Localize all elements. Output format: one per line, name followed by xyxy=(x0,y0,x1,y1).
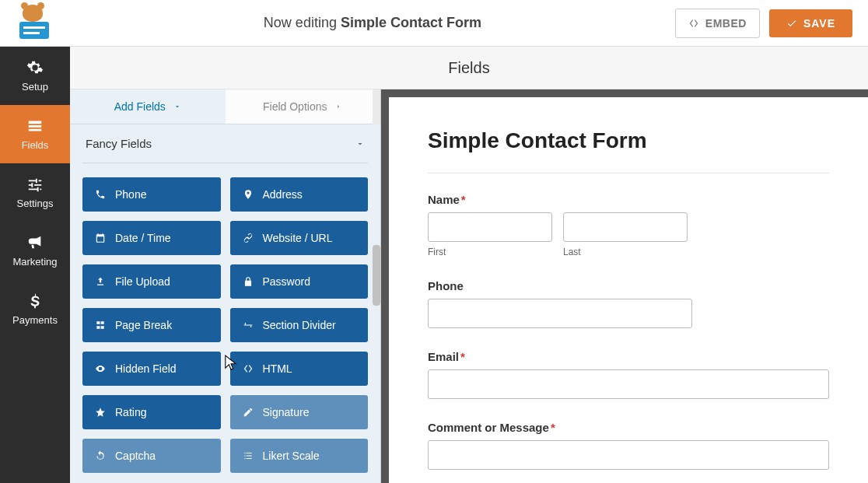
phone-input[interactable] xyxy=(428,299,692,328)
brand-logo-icon xyxy=(16,8,54,39)
field-type-label: Likert Scale xyxy=(263,450,320,462)
panel-scroll[interactable]: Fancy Fields PhoneAddressDate / TimeWebs… xyxy=(70,124,380,483)
save-button[interactable]: SAVE xyxy=(769,9,852,37)
preview-form-title: Simple Contact Form xyxy=(428,128,829,173)
first-name-sublabel: First xyxy=(428,247,552,257)
sidenav-label: Setup xyxy=(22,81,48,93)
brand-logo[interactable] xyxy=(0,0,70,47)
sidenav-label: Settings xyxy=(17,198,54,209)
field-comment-label: Comment or Message* xyxy=(428,421,829,434)
embed-button[interactable]: EMBED xyxy=(675,9,760,38)
field-grid: PhoneAddressDate / TimeWebsite / URLFile… xyxy=(82,177,368,473)
eye-off-icon xyxy=(95,363,106,374)
field-name[interactable]: Name* First Last xyxy=(428,193,829,257)
link-icon xyxy=(243,233,254,243)
field-type-hidden[interactable]: Hidden Field xyxy=(82,352,221,386)
field-type-label: Website / URL xyxy=(263,232,333,244)
top-header: Now editing Simple Contact Form EMBED SA… xyxy=(0,0,868,47)
tab-field-options[interactable]: Field Options xyxy=(226,89,381,124)
field-type-pagebreak[interactable]: Page Break xyxy=(82,308,221,342)
first-name-input[interactable] xyxy=(428,212,552,242)
editing-title: Now editing Simple Contact Form xyxy=(70,15,675,31)
preview-panel[interactable]: Simple Contact Form Name* First Last xyxy=(381,89,868,483)
required-mark: * xyxy=(461,193,466,206)
form-name: Simple Contact Form xyxy=(341,15,481,30)
field-phone[interactable]: Phone xyxy=(428,279,829,328)
side-nav: Setup Fields Settings Marketing Payments xyxy=(0,47,70,483)
label-text: Email xyxy=(428,350,459,363)
field-type-label: Password xyxy=(263,275,310,288)
sidenav-label: Payments xyxy=(12,314,58,326)
fields-panel: Add Fields Field Options Fancy Fields Ph… xyxy=(70,89,381,483)
field-email[interactable]: Email* xyxy=(428,350,829,399)
pencil-icon xyxy=(243,407,254,418)
chevron-down-icon xyxy=(173,103,181,110)
sidenav-item-setup[interactable]: Setup xyxy=(0,47,70,105)
field-type-datetime[interactable]: Date / Time xyxy=(82,221,221,255)
label-text: Name xyxy=(428,193,460,206)
field-type-label: Phone xyxy=(115,188,146,201)
email-input[interactable] xyxy=(428,369,829,399)
refresh-icon xyxy=(95,450,106,461)
sidenav-item-marketing[interactable]: Marketing xyxy=(0,222,70,280)
pagebreak-icon xyxy=(95,320,106,331)
field-email-label: Email* xyxy=(428,350,829,363)
field-type-label: Date / Time xyxy=(115,232,171,244)
field-type-captcha[interactable]: Captcha xyxy=(82,439,221,473)
field-type-phone[interactable]: Phone xyxy=(82,177,221,212)
sidenav-item-fields[interactable]: Fields xyxy=(0,105,70,163)
sidenav-item-settings[interactable]: Settings xyxy=(0,163,70,222)
field-type-html[interactable]: HTML xyxy=(230,352,369,386)
field-type-rating[interactable]: Rating xyxy=(82,395,221,429)
upload-icon xyxy=(95,276,106,287)
field-type-section[interactable]: Section Divider xyxy=(230,308,369,342)
now-editing-label: Now editing xyxy=(264,15,337,30)
pin-icon xyxy=(243,189,254,200)
section-title: Fields xyxy=(70,47,868,89)
panel-tabs: Add Fields Field Options xyxy=(70,89,380,124)
field-type-address[interactable]: Address xyxy=(230,177,369,212)
field-comment[interactable]: Comment or Message* xyxy=(428,421,829,470)
tab-field-options-label: Field Options xyxy=(263,100,327,113)
field-type-label: HTML xyxy=(263,362,292,375)
last-name-sublabel: Last xyxy=(563,247,688,257)
field-type-website[interactable]: Website / URL xyxy=(230,221,369,255)
group-fancy-fields[interactable]: Fancy Fields xyxy=(82,124,368,163)
field-type-signature[interactable]: Signature xyxy=(230,395,369,429)
field-type-label: Rating xyxy=(115,406,146,418)
field-type-label: Page Break xyxy=(115,319,172,331)
calendar-icon xyxy=(95,233,106,243)
save-button-label: SAVE xyxy=(803,17,835,30)
label-text: Comment or Message xyxy=(428,421,549,434)
field-type-label: Address xyxy=(263,188,303,201)
chevron-down-icon xyxy=(355,139,365,149)
tab-add-fields[interactable]: Add Fields xyxy=(70,89,226,124)
tab-add-fields-label: Add Fields xyxy=(114,100,166,113)
group-title: Fancy Fields xyxy=(86,137,152,150)
sliders-icon xyxy=(26,176,44,193)
code-icon xyxy=(243,363,254,374)
divider-icon xyxy=(243,320,254,331)
embed-button-label: EMBED xyxy=(705,17,747,30)
field-type-password[interactable]: Password xyxy=(230,264,369,299)
field-type-label: Hidden Field xyxy=(115,362,177,375)
star-icon xyxy=(95,407,106,418)
field-name-label: Name* xyxy=(428,193,829,206)
split-container: Add Fields Field Options Fancy Fields Ph… xyxy=(70,89,868,483)
field-type-label: Section Divider xyxy=(263,319,336,331)
code-icon xyxy=(688,18,699,29)
last-name-input[interactable] xyxy=(563,212,688,242)
phone-icon xyxy=(95,189,106,200)
list-icon xyxy=(243,450,254,461)
field-phone-label: Phone xyxy=(428,279,829,292)
scrollbar-thumb[interactable] xyxy=(373,245,380,306)
sidenav-item-payments[interactable]: Payments xyxy=(0,280,70,338)
dollar-icon xyxy=(26,292,44,310)
header-actions: EMBED SAVE xyxy=(675,9,868,38)
field-type-file[interactable]: File Upload xyxy=(82,264,221,299)
comment-input[interactable] xyxy=(428,440,829,470)
field-type-label: Signature xyxy=(263,406,310,418)
required-mark: * xyxy=(460,350,465,363)
form-icon xyxy=(26,117,44,135)
field-type-likert[interactable]: Likert Scale xyxy=(230,439,369,473)
